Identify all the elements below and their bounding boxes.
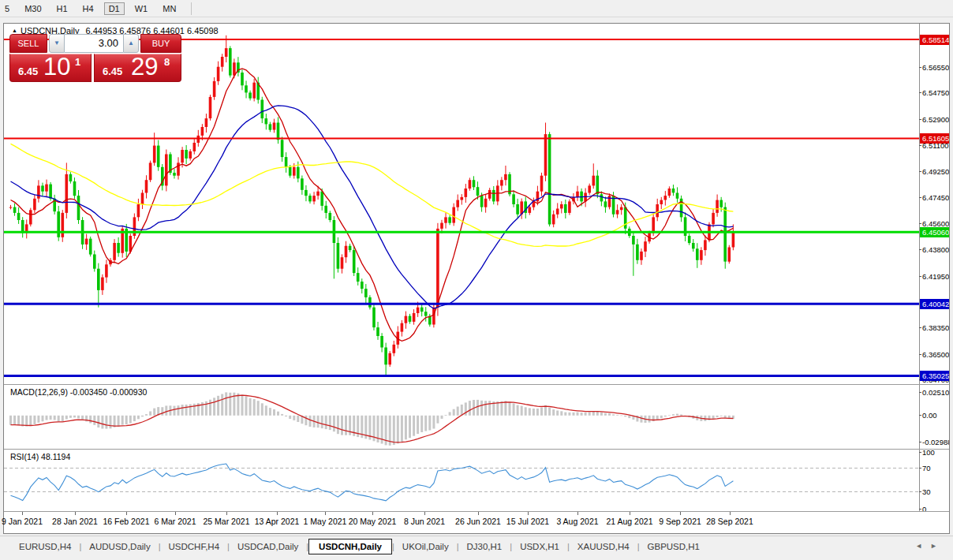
time-label: 25 Mar 2021 [204, 517, 250, 526]
sell-price-big: 10 [43, 53, 70, 81]
chart-window: 6.565506.547506.529006.511006.492506.474… [3, 23, 950, 534]
time-label: 13 Apr 2021 [255, 517, 300, 526]
price-tick-label: 6.43800 [922, 245, 949, 255]
chart-tabs-bar: EURUSD,H4|AUDUSD,Daily|USDCHF,H4|USDCAD,… [0, 536, 953, 557]
time-tick [577, 512, 578, 515]
timeframe-button-m30[interactable]: M30 [20, 2, 46, 15]
toolbar-separator [191, 2, 192, 15]
rsi-axis: 10070300 [919, 450, 949, 511]
timeframe-button-d1[interactable]: D1 [104, 2, 125, 15]
time-tick [630, 512, 630, 515]
buy-price-prefix: 6.45 [103, 65, 122, 77]
time-tick [680, 512, 681, 515]
price-tick-label: 6.38350 [922, 323, 949, 333]
macd-axis: 0.0251080.00-0.029881 [919, 385, 949, 449]
price-level-badge: 6.35025 [920, 371, 949, 381]
time-tick [478, 512, 479, 515]
tab-usdchf-h4[interactable]: USDCHF,H4 [161, 539, 228, 554]
time-tick [226, 512, 227, 515]
arrow-down-icon: ▼ [54, 39, 60, 47]
time-tick [22, 512, 23, 515]
price-tick-label: 6.47450 [922, 193, 949, 203]
candles [9, 35, 734, 375]
time-tick [372, 512, 373, 515]
tab-xauusd-h4[interactable]: XAUUSD,H4 [570, 539, 637, 554]
time-label: 15 Jul 2021 [506, 517, 549, 526]
timeframe-button-5[interactable]: 5 [0, 2, 14, 15]
arrow-up-icon: ▲ [128, 39, 134, 47]
ma-line-8 [11, 69, 734, 341]
macd-scale-label: 0.025108 [922, 388, 949, 398]
tab-usdcad-daily[interactable]: USDCAD,Daily [230, 539, 306, 554]
macd-label: MACD(12,26,9) -0.003450 -0.000930 [10, 387, 147, 397]
buy-price-big: 29 [131, 53, 158, 81]
rsi-scale-label: 30 [922, 487, 931, 497]
lot-decrease-button[interactable]: ▼ [49, 34, 65, 53]
timeframe-button-mn[interactable]: MN [158, 2, 181, 15]
price-axis[interactable]: 6.565506.547506.529006.511006.492506.474… [919, 24, 949, 384]
timeframe-button-h1[interactable]: H1 [52, 2, 73, 15]
sell-button[interactable]: SELL [9, 34, 47, 53]
timeframe-button-w1[interactable]: W1 [130, 2, 153, 15]
tab-eurusd-h4[interactable]: EURUSD,H4 [11, 539, 79, 554]
tab-audusd-daily[interactable]: AUDUSD,Daily [81, 539, 158, 554]
collapse-triangle-icon[interactable]: ▲ [12, 28, 17, 33]
price-tick-label: 6.49250 [922, 167, 949, 177]
time-label: 9 Sep 2021 [659, 517, 701, 526]
tab-gbpusd-h1[interactable]: GBPUSD,H1 [640, 539, 708, 554]
rsi-label: RSI(14) 48.1194 [10, 452, 70, 461]
price-tick-label: 6.36500 [922, 350, 949, 360]
buy-price-panel[interactable]: 6.45298 [94, 54, 181, 82]
rsi-line [11, 464, 734, 501]
one-click-trading-widget: SELL ▼ 3.00 ▲ BUY 6.45101 6.45298 [9, 34, 181, 82]
tab-ukoil-daily[interactable]: UKOil,Daily [394, 539, 457, 554]
macd-pane[interactable]: 0.0251080.00-0.029881 MACD(12,26,9) -0.0… [4, 384, 949, 449]
buy-button[interactable]: BUY [140, 34, 181, 53]
buy-price-pip: 8 [164, 56, 170, 68]
price-tick-label: 6.54750 [922, 88, 949, 98]
time-label: 26 Jun 2021 [455, 517, 501, 526]
time-label: 1 May 2021 [304, 517, 347, 526]
time-tick [325, 512, 326, 515]
rsi-scale-label: 100 [922, 449, 935, 457]
time-label: 21 Aug 2021 [607, 517, 653, 526]
time-tick [126, 512, 127, 515]
time-label: 16 Feb 2021 [103, 517, 150, 526]
price-level-badge: 6.51605 [920, 133, 949, 144]
sell-price-panel[interactable]: 6.45101 [9, 54, 92, 82]
price-tick-label: 6.41950 [922, 272, 949, 282]
tab-usdcnh-daily[interactable]: USDCNH,Daily [308, 539, 392, 554]
rsi-pane[interactable]: 10070300 RSI(14) 48.1194 [4, 449, 949, 511]
price-level-badge: 6.45060 [920, 227, 949, 237]
sell-price-prefix: 6.45 [18, 65, 38, 77]
rsi-scale-label: 70 [922, 464, 931, 473]
time-label: 3 Aug 2021 [556, 517, 598, 526]
rsi-chart[interactable] [4, 450, 919, 511]
lot-size-input[interactable]: 3.00 [65, 34, 123, 53]
macd-histogram [9, 392, 734, 445]
time-label: 20 May 2021 [349, 517, 397, 526]
time-tick [424, 512, 425, 515]
rsi-scale-label: 0 [922, 505, 926, 511]
timeframe-button-h4[interactable]: H4 [78, 2, 99, 15]
time-label: 8 Jun 2021 [404, 517, 445, 526]
tab-scroll-arrows[interactable]: ◄► [915, 542, 945, 550]
time-axis[interactable]: 9 Jan 202128 Jan 202116 Feb 20216 Mar 20… [4, 511, 949, 533]
time-tick [528, 512, 529, 515]
time-tick [277, 512, 278, 515]
time-label: 28 Sep 2021 [706, 517, 753, 526]
time-tick [175, 512, 176, 515]
time-label: 9 Jan 2021 [2, 517, 43, 526]
macd-scale-label: 0.00 [922, 411, 937, 420]
macd-scale-label: -0.029881 [922, 438, 949, 447]
timeframe-toolbar: 5M30H1H4D1W1MN [0, 0, 953, 17]
time-tick [75, 512, 76, 515]
tab-dj30-h1[interactable]: DJ30,H1 [459, 539, 510, 554]
sell-price-pip: 1 [75, 56, 80, 68]
tab-usdx-h1[interactable]: USDX,H1 [512, 539, 567, 554]
time-label: 28 Jan 2021 [52, 517, 98, 526]
price-tick-label: 6.56550 [922, 63, 949, 73]
time-tick [730, 512, 731, 515]
main-chart-pane[interactable]: 6.565506.547506.529006.511006.492506.474… [4, 24, 949, 384]
lot-increase-button[interactable]: ▲ [123, 34, 139, 53]
